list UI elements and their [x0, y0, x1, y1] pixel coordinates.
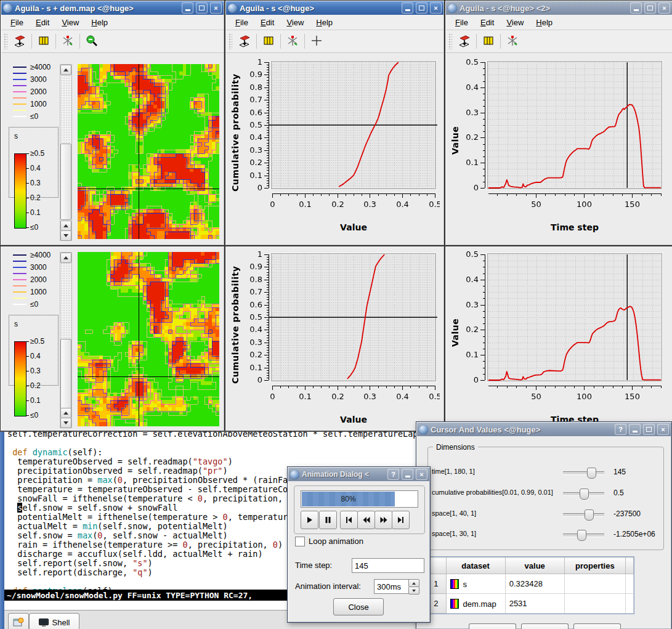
toolbar-button-plot[interactable] — [284, 33, 301, 50]
map-view-top[interactable] — [78, 64, 219, 239]
table-header-dataset[interactable]: dataset — [446, 558, 505, 574]
dimension-slider[interactable] — [563, 471, 604, 475]
maximize-icon — [646, 427, 652, 432]
scroll-thumb[interactable] — [60, 339, 71, 409]
close-button[interactable]: × — [658, 2, 670, 14]
menu-item-help[interactable]: Help — [530, 17, 558, 28]
dataset-cell[interactable]: dem.map — [446, 594, 505, 614]
cdf-plot-top[interactable] — [229, 57, 440, 219]
toolbar-drag-handle[interactable] — [448, 33, 452, 49]
titlebar[interactable]: Aguila - s <@huge> × — [226, 1, 443, 15]
titlebar[interactable]: Cursor And Values <@huge> ? × — [417, 423, 671, 436]
close-button[interactable]: × — [657, 424, 669, 435]
loop-animation-checkbox[interactable] — [295, 537, 305, 546]
scroll-down-button[interactable] — [60, 230, 71, 241]
close-button[interactable]: × — [210, 2, 222, 14]
menu-item-view[interactable]: View — [56, 17, 84, 28]
table-row[interactable]: 1s0.323428 — [426, 574, 634, 594]
interval-spin-down-button[interactable] — [408, 586, 419, 595]
fast-forward-button[interactable] — [374, 511, 392, 529]
tab-new-session[interactable] — [8, 613, 29, 629]
partial-button-2[interactable] — [521, 623, 569, 629]
toolbar-button-plot[interactable] — [59, 33, 76, 50]
titlebar[interactable]: Aguila - s <@huge> <2> × — [446, 1, 672, 15]
toolbar-separator — [79, 34, 80, 49]
pause-button[interactable] — [319, 511, 337, 529]
menu-item-view[interactable]: View — [281, 17, 309, 28]
menu-item-file[interactable]: File — [230, 17, 254, 28]
minimize-button[interactable] — [629, 424, 641, 435]
skip-to-start-button[interactable] — [340, 511, 358, 529]
titlebar[interactable]: Animation Dialog < ? × — [288, 468, 429, 481]
help-button[interactable]: ? — [387, 469, 399, 480]
toolbar-button-table[interactable] — [480, 33, 497, 50]
toolbar-button-data[interactable] — [456, 33, 473, 50]
map-view-bottom[interactable] — [78, 252, 219, 426]
scroll-up-button2[interactable] — [60, 408, 71, 418]
maximize-button[interactable] — [196, 2, 208, 14]
s-legend-colorramp — [14, 341, 26, 416]
partial-button-3[interactable] — [573, 623, 621, 629]
toolbar-button-crosshair[interactable] — [308, 33, 325, 50]
table-row[interactable]: 2dem.map2531 — [426, 594, 634, 614]
help-button[interactable]: ? — [615, 424, 626, 435]
maximize-button[interactable] — [643, 424, 655, 435]
dem-legend-swatch — [13, 254, 26, 256]
map-scrollbar-top[interactable] — [60, 64, 72, 241]
minimize-button[interactable] — [630, 2, 642, 14]
close-button[interactable]: × — [416, 469, 427, 480]
cdf-plot-bottom[interactable] — [229, 250, 440, 411]
values-table[interactable]: datasetvalueproperties1s0.3234282dem.map… — [425, 556, 634, 614]
menu-item-file[interactable]: File — [450, 17, 474, 28]
close-dialog-button[interactable]: Close — [333, 598, 384, 615]
toolbar-separator — [256, 34, 257, 49]
minimize-button[interactable] — [402, 2, 413, 14]
toolbar-button-data[interactable] — [236, 33, 253, 50]
dem-legend-item: ≥4000 — [13, 64, 51, 70]
slider-thumb[interactable] — [585, 509, 594, 521]
slider-thumb[interactable] — [577, 530, 586, 541]
menu-item-edit[interactable]: Edit — [475, 17, 500, 28]
toolbar-button-table[interactable] — [260, 33, 277, 50]
scroll-up-button[interactable] — [60, 253, 71, 263]
animation-interval-input[interactable]: 300ms — [374, 579, 412, 594]
toolbar-button-zoom-out[interactable] — [83, 33, 100, 50]
toolbar — [226, 30, 443, 53]
scroll-up-button2[interactable] — [60, 221, 71, 231]
tab-shell-label: Shell — [52, 618, 70, 627]
maximize-button[interactable] — [644, 2, 656, 14]
map-scrollbar-bottom[interactable] — [60, 252, 72, 428]
dimension-slider[interactable] — [563, 534, 604, 537]
menu-item-view[interactable]: View — [501, 17, 529, 28]
tab-shell[interactable]: Shell — [29, 613, 79, 629]
minimize-button[interactable] — [402, 469, 413, 480]
menu-item-help[interactable]: Help — [310, 17, 338, 28]
skip-to-end-button[interactable] — [392, 511, 410, 529]
maximize-button[interactable] — [416, 2, 427, 14]
dimension-slider[interactable] — [563, 492, 604, 496]
slider-thumb[interactable] — [587, 468, 596, 479]
timeseries-plot-bottom[interactable] — [449, 250, 668, 411]
scroll-up-button[interactable] — [60, 65, 71, 75]
play-button[interactable] — [301, 511, 318, 529]
timeseries-plot-top[interactable] — [449, 57, 668, 219]
menu-item-edit[interactable]: Edit — [255, 17, 280, 28]
minimize-button[interactable] — [182, 2, 193, 14]
time-step-input[interactable]: 145 — [352, 558, 424, 573]
menu-item-help[interactable]: Help — [86, 17, 113, 28]
plot-icon — [61, 34, 75, 49]
table-header-properties[interactable]: properties — [564, 558, 625, 574]
dem-legend-item — [13, 83, 30, 89]
partial-button-1[interactable] — [469, 623, 516, 629]
dataset-cell[interactable]: s — [446, 574, 505, 594]
scroll-thumb[interactable] — [60, 144, 71, 220]
toolbar-button-plot[interactable] — [504, 33, 521, 50]
time-step-label: Time step: — [295, 561, 332, 570]
table-header-value[interactable]: value — [505, 558, 564, 574]
toolbar-drag-handle[interactable] — [229, 33, 232, 49]
dimension-slider[interactable] — [563, 513, 604, 517]
rewind-button[interactable] — [357, 511, 375, 529]
close-button[interactable]: × — [430, 2, 442, 14]
slider-thumb[interactable] — [580, 489, 589, 500]
scroll-down-button[interactable] — [60, 418, 71, 428]
